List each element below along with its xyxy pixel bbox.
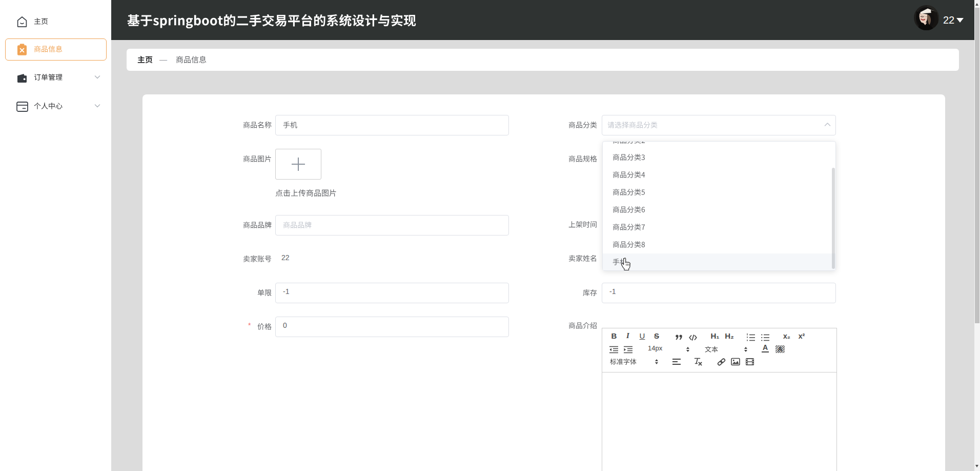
svg-text:A: A — [778, 345, 783, 353]
